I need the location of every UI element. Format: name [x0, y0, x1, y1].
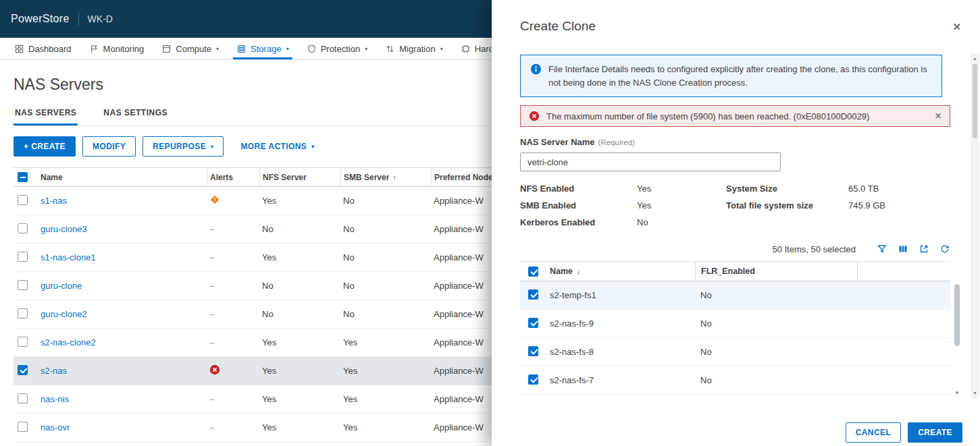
nas-server-name-input[interactable] [520, 152, 781, 171]
file-system-list-bar: 50 Items, 50 selected [520, 244, 950, 254]
row-checkbox[interactable] [18, 195, 28, 205]
fs-row-checkbox[interactable] [528, 374, 538, 385]
column-header-alerts[interactable]: Alerts [207, 168, 259, 186]
fs-row-checkbox[interactable] [528, 289, 538, 300]
fs-select-all-checkbox[interactable] [528, 267, 538, 277]
sort-ascending-icon: ↑ [392, 173, 396, 182]
detail-label: NFS Enabled [520, 184, 637, 194]
scroll-down-icon[interactable]: ▼ [972, 391, 978, 395]
scrollbar-thumb[interactable] [954, 284, 960, 346]
row-checkbox[interactable] [18, 337, 28, 347]
row-checkbox[interactable] [18, 223, 28, 233]
panel-scrollbar[interactable]: ▲ ▼ [971, 54, 979, 397]
no-alert-dash: – [209, 309, 214, 319]
columns-icon[interactable] [898, 244, 908, 254]
fs-table-row[interactable]: s2-nas-fs-8 No [520, 338, 950, 366]
column-header-nfs-server[interactable]: NFS Server [259, 168, 340, 186]
tab-nas-servers[interactable]: NAS SERVERS [14, 101, 78, 126]
nav-label: Storage [251, 44, 282, 54]
detail-value: Yes [637, 184, 651, 194]
more-actions-button[interactable]: MORE ACTIONS ▾ [230, 136, 324, 157]
nas-name-link[interactable]: s2-nas-clone2 [41, 337, 96, 347]
modify-button[interactable]: MODIFY [82, 136, 136, 157]
no-alert-dash: – [209, 337, 214, 347]
panel-footer: CANCEL CREATE [846, 422, 962, 443]
nas-name-link[interactable]: s1-nas-clone1 [41, 252, 96, 262]
no-alert-dash: – [209, 394, 214, 404]
select-all-checkbox[interactable] [18, 172, 28, 182]
nas-name-link[interactable]: guru-clone [41, 281, 82, 291]
tab-nas-settings[interactable]: NAS SETTINGS [102, 101, 169, 126]
nas-name-link[interactable]: nas-nis [41, 394, 69, 404]
error-icon [209, 364, 220, 375]
filter-icon[interactable] [877, 244, 887, 254]
nfs-value: Yes [259, 337, 340, 347]
column-header-smb-server[interactable]: SMB Server ↑ [340, 168, 431, 186]
brand-logo: PowerStore [11, 13, 70, 25]
nas-name-link[interactable]: s2-nas [41, 366, 67, 376]
scrollbar-thumb[interactable] [973, 64, 977, 138]
nav-item-storage[interactable]: Storage ▾ [228, 38, 298, 59]
fs-name: s2-nas-fs-9 [550, 318, 695, 329]
row-checkbox[interactable] [18, 422, 28, 432]
error-alert-text: The maximum number of file system (5900)… [546, 111, 869, 121]
required-hint: (Required) [598, 138, 635, 146]
refresh-icon[interactable] [939, 244, 950, 254]
scroll-up-icon[interactable]: ▲ [972, 56, 978, 61]
file-system-table: Name ↓ FLR_Enabled s2-temp-fs1 No s2-nas… [520, 261, 950, 395]
create-button[interactable]: + CREATE [14, 136, 76, 157]
column-header-name[interactable]: Name [38, 168, 207, 186]
fs-row-checkbox[interactable] [528, 346, 538, 356]
smb-value: No [340, 252, 431, 262]
create-clone-button[interactable]: CREATE [908, 422, 962, 443]
nfs-value: Yes [259, 394, 340, 404]
cluster-name: WK-D [88, 13, 113, 24]
row-checkbox[interactable] [18, 280, 28, 290]
nas-name-link[interactable]: nas-ovr [41, 422, 70, 433]
fs-column-header-name[interactable]: Name ↓ [550, 262, 695, 281]
nav-item-compute[interactable]: Compute ▾ [153, 38, 228, 59]
dismiss-alert-icon[interactable]: ✕ [935, 111, 942, 121]
row-checkbox[interactable] [18, 308, 28, 318]
row-checkbox[interactable] [18, 365, 28, 375]
smb-value: Yes [340, 394, 431, 404]
field-label-text: NAS Server Name [520, 137, 595, 147]
detail-label: SMB Enabled [520, 200, 637, 211]
panel-title: Create Clone [520, 0, 950, 34]
close-icon[interactable]: ✕ [952, 22, 961, 32]
fs-table-row[interactable]: s2-temp-fs1 No [520, 281, 950, 310]
cancel-button[interactable]: CANCEL [846, 422, 901, 443]
smb-value: Yes [340, 337, 431, 347]
nav-label: Monitoring [103, 44, 145, 54]
chevron-down-icon: ▾ [286, 46, 289, 52]
scroll-down-icon[interactable]: ▼ [954, 390, 960, 396]
detail-value: 65.0 TB [848, 184, 879, 194]
nas-name-link[interactable]: guru-clone2 [41, 309, 87, 319]
nav-item-monitoring[interactable]: Monitoring [80, 38, 153, 59]
protection-shield-icon [307, 44, 317, 54]
fs-table-scrollbar[interactable]: ▼ [954, 283, 960, 396]
nav-item-dashboard[interactable]: Dashboard [5, 38, 80, 59]
nas-name-link[interactable]: s1-nas [41, 196, 67, 206]
fs-row-checkbox[interactable] [528, 318, 538, 328]
fs-table-row[interactable]: s2-nas-fs-9 No [520, 310, 950, 338]
detail-value: No [637, 217, 648, 227]
smb-header-label: SMB Server [344, 173, 389, 182]
compute-icon [161, 44, 172, 54]
nav-item-protection[interactable]: Protection ▾ [298, 38, 377, 59]
row-checkbox[interactable] [18, 393, 28, 403]
fs-name: s2-nas-fs-8 [550, 347, 695, 357]
chevron-down-icon: ▾ [216, 46, 219, 52]
info-alert-text: File Interface Details needs to configur… [548, 63, 932, 89]
fs-flr-value: No [695, 290, 857, 300]
repurpose-button[interactable]: REPURPOSE ▾ [143, 136, 224, 157]
nas-name-link[interactable]: guru-clone3 [41, 224, 87, 234]
nav-item-migration[interactable]: Migration ▾ [376, 38, 451, 59]
detail-value: 745.9 GB [848, 200, 885, 211]
fs-column-header-flr[interactable]: FLR_Enabled [695, 262, 857, 281]
fs-table-row[interactable]: s2-nas-fs-7 No [520, 366, 950, 395]
monitoring-icon [89, 44, 99, 54]
repurpose-label: REPURPOSE [153, 142, 206, 151]
row-checkbox[interactable] [18, 252, 28, 262]
export-icon[interactable] [919, 244, 929, 254]
